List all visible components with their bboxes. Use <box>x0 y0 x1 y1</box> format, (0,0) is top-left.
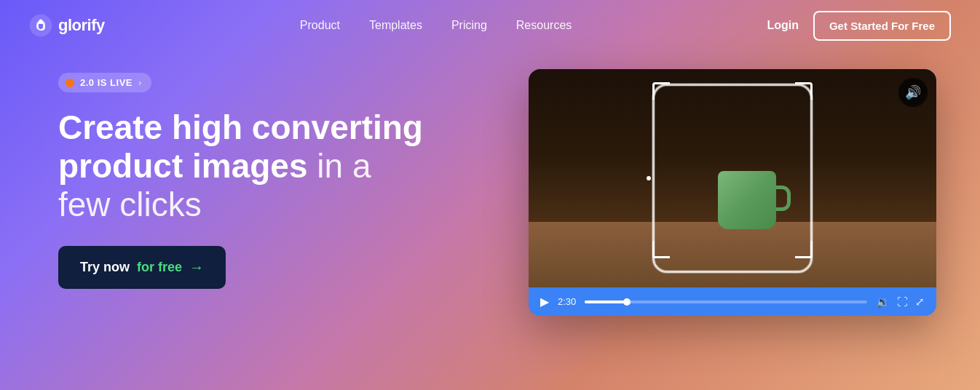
logo-icon <box>29 14 52 37</box>
login-button[interactable]: Login <box>767 19 799 32</box>
page-wrapper: glorify Product Templates Pricing Resour… <box>0 0 980 390</box>
play-button[interactable]: ▶ <box>540 295 549 309</box>
main-content: 2.0 IS LIVE › Create high convertingprod… <box>0 51 980 316</box>
control-icons: 🔉 ⛶ ⤢ <box>876 295 925 309</box>
phone-button-dot <box>647 176 651 180</box>
progress-dot <box>623 298 631 306</box>
live-badge[interactable]: 2.0 IS LIVE › <box>58 73 151 92</box>
video-player: 🔊 ▶ 2:30 🔉 ⛶ ⤢ <box>529 69 936 316</box>
phone-frame-overlay <box>652 84 813 273</box>
nav-links: Product Templates Pricing Resources <box>300 19 572 32</box>
bracket-top-left <box>652 82 670 100</box>
nav-item-pricing[interactable]: Pricing <box>451 19 487 32</box>
video-screen: 🔊 <box>529 69 936 287</box>
video-controls: ▶ 2:30 🔉 ⛶ ⤢ <box>529 287 936 316</box>
expand-icon[interactable]: ⤢ <box>915 295 925 309</box>
cta-text-prefix: Try now <box>80 260 130 275</box>
hero-left: 2.0 IS LIVE › Create high convertingprod… <box>58 65 485 289</box>
cta-free-text: for free <box>137 260 182 275</box>
logo[interactable]: glorify <box>29 14 105 37</box>
get-started-button[interactable]: Get Started For Free <box>813 11 951 41</box>
badge-text: 2.0 IS LIVE <box>80 77 133 88</box>
cta-arrow: → <box>189 259 204 276</box>
try-now-button[interactable]: Try now for free → <box>58 246 226 289</box>
badge-arrow: › <box>138 77 141 88</box>
sound-icon: 🔊 <box>905 84 921 100</box>
bracket-bottom-right <box>795 241 813 258</box>
nav-item-templates[interactable]: Templates <box>369 19 422 32</box>
nav-item-resources[interactable]: Resources <box>516 19 572 32</box>
bracket-bottom-left <box>652 241 670 258</box>
video-time: 2:30 <box>558 296 576 307</box>
brand-name: glorify <box>58 16 105 35</box>
live-dot <box>66 79 74 87</box>
bracket-top-right <box>795 82 813 100</box>
hero-headline: Create high convertingproduct images in … <box>58 108 485 224</box>
progress-fill <box>585 301 627 303</box>
progress-bar[interactable] <box>585 301 867 303</box>
nav-actions: Login Get Started For Free <box>767 11 951 41</box>
svg-point-1 <box>39 20 43 23</box>
volume-icon[interactable]: 🔉 <box>876 295 890 309</box>
navbar: glorify Product Templates Pricing Resour… <box>0 0 980 51</box>
nav-item-product[interactable]: Product <box>300 19 340 32</box>
sound-button[interactable]: 🔊 <box>898 78 928 107</box>
fullscreen-icon[interactable]: ⛶ <box>897 295 908 308</box>
